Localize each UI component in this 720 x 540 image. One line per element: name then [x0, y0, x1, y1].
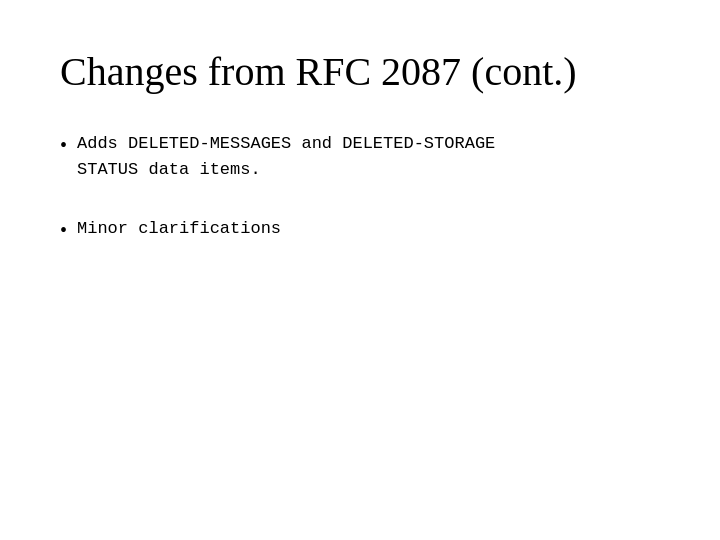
bullet-dot: • [60, 216, 67, 244]
bullet-list: • Adds DELETED-MESSAGES and DELETED-STOR… [60, 131, 660, 244]
list-item: • Minor clarifications [60, 216, 660, 244]
slide: Changes from RFC 2087 (cont.) • Adds DEL… [0, 0, 720, 540]
list-item: • Adds DELETED-MESSAGES and DELETED-STOR… [60, 131, 660, 184]
bullet-dot: • [60, 131, 67, 159]
bullet-text: Minor clarifications [77, 216, 281, 242]
bullet-text: Adds DELETED-MESSAGES and DELETED-STORAG… [77, 131, 495, 184]
page-title: Changes from RFC 2087 (cont.) [60, 48, 660, 95]
